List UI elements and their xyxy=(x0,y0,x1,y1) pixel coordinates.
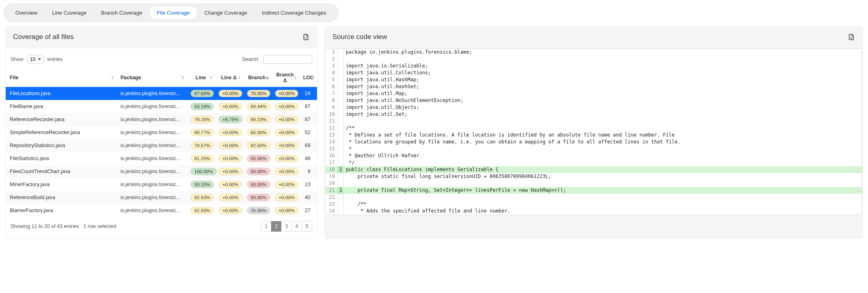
code-line: 1package io.jenkins.plugins.forensics.bl… xyxy=(326,49,862,56)
hits xyxy=(338,173,343,180)
line-delta-pill: +0.00% xyxy=(219,181,242,188)
source-text: * Defines a set of file locations. A fil… xyxy=(343,132,862,139)
branch-pill: 50.00% xyxy=(247,168,270,175)
hits xyxy=(338,180,343,187)
line-number: 17 xyxy=(326,159,338,166)
branch-delta-pill: +0.00% xyxy=(275,155,298,162)
line-pill: 82.93% xyxy=(191,194,214,201)
tab-line-coverage[interactable]: Line Coverage xyxy=(45,7,94,19)
loc-cell: 40 xyxy=(299,191,317,204)
line-number: 23 xyxy=(326,201,338,208)
page-5[interactable]: 5 xyxy=(302,221,312,232)
hits xyxy=(338,152,343,159)
table-row[interactable]: MinerFactory.javaio.jenkins.plugins.fore… xyxy=(6,178,317,191)
line-delta-pill: +8.75% xyxy=(219,116,242,123)
line-delta-pill: +0.00% xyxy=(219,194,242,201)
table-row[interactable]: ReferenceBuild.javaio.jenkins.plugins.fo… xyxy=(6,191,317,204)
table-row[interactable]: SimpleReferenceRecorder.javaio.jenkins.p… xyxy=(6,126,317,139)
line-number: 1 xyxy=(326,49,338,56)
line-delta-pill: +0.00% xyxy=(219,168,242,175)
line-number: 13 xyxy=(326,132,338,139)
entries-control: Show 10 entries xyxy=(11,55,63,64)
code-line: 11 xyxy=(326,118,862,125)
line-pill: 81.25% xyxy=(191,155,214,162)
column-package[interactable]: Package xyxy=(116,69,187,87)
tab-change-coverage[interactable]: Change Coverage xyxy=(197,7,255,19)
code-line: 10import java.util.Set; xyxy=(326,111,862,118)
table-row[interactable]: ReferenceRecorder.javaio.jenkins.plugins… xyxy=(6,113,317,126)
show-label: Show xyxy=(11,56,23,62)
column-branch[interactable]: Branch xyxy=(243,69,271,87)
hits: 1 xyxy=(338,187,343,194)
column-file[interactable]: File xyxy=(6,69,116,87)
table-row[interactable]: RepositoryStatistics.javaio.jenkins.plug… xyxy=(6,139,317,152)
hits xyxy=(338,118,343,125)
loc-cell: 48 xyxy=(299,152,317,165)
code-line: 14 * locations are grouped by file name,… xyxy=(326,139,862,145)
source-text xyxy=(343,56,862,63)
hits xyxy=(338,201,343,208)
tab-indirect-coverage-changes[interactable]: Indirect Coverage Changes xyxy=(254,7,333,19)
column-branch-[interactable]: Branch Δ xyxy=(271,69,299,87)
code-line: 5import java.util.HashMap; xyxy=(326,76,862,83)
column-line-[interactable]: Line Δ xyxy=(215,69,243,87)
line-delta-pill: +0.00% xyxy=(219,142,242,149)
line-number: 24 xyxy=(326,208,338,215)
tab-overview[interactable]: Overview xyxy=(8,7,45,19)
branch-pill: 25.00% xyxy=(247,207,270,214)
hits xyxy=(338,208,343,215)
branch-delta-pill: +0.00% xyxy=(275,142,298,149)
line-pill: 78.16% xyxy=(191,116,214,123)
package-cell: io.jenkins.plugins.forensics.miner xyxy=(116,178,187,191)
line-number: 21 xyxy=(326,187,338,194)
code-area[interactable]: 1package io.jenkins.plugins.forensics.bl… xyxy=(325,48,862,215)
source-text: import java.util.HashMap; xyxy=(343,76,862,83)
package-cell: io.jenkins.plugins.forensics.blame xyxy=(116,204,187,217)
loc-cell: 87 xyxy=(299,100,317,113)
table-row[interactable]: FilesCountTrendChart.javaio.jenkins.plug… xyxy=(6,165,317,178)
coverage-tabs: OverviewLine CoverageBranch CoverageFile… xyxy=(3,3,339,22)
hits xyxy=(338,132,343,139)
line-number: 14 xyxy=(326,139,338,145)
code-line: 3import java.io.Serializable; xyxy=(326,63,862,69)
document-icon[interactable] xyxy=(302,33,310,41)
column-line[interactable]: Line xyxy=(187,69,215,87)
line-number: 6 xyxy=(326,83,338,90)
line-number: 16 xyxy=(326,152,338,159)
package-cell: io.jenkins.plugins.forensics.miner xyxy=(116,165,187,178)
table-row[interactable]: FileStatistics.javaio.jenkins.plugins.fo… xyxy=(6,152,317,165)
column-loc[interactable]: LOC xyxy=(299,69,317,87)
hits xyxy=(338,97,343,104)
line-number: 22 xyxy=(326,194,338,201)
table-row[interactable]: BlamerFactory.javaio.jenkins.plugins.for… xyxy=(6,204,317,217)
tab-branch-coverage[interactable]: Branch Coverage xyxy=(94,7,150,19)
source-text xyxy=(343,194,862,201)
branch-pill: 50.00% xyxy=(247,194,270,201)
code-line: 9import java.util.Objects; xyxy=(326,104,862,111)
line-pill: 100.00% xyxy=(191,168,216,175)
file-cell: FilesCountTrendChart.java xyxy=(6,165,116,178)
hits xyxy=(338,76,343,83)
entries-select[interactable]: 10 xyxy=(27,55,43,64)
loc-cell: 13 xyxy=(299,178,317,191)
page-1[interactable]: 1 xyxy=(261,221,271,232)
branch-delta-pill: +0.00% xyxy=(275,129,298,136)
search-input[interactable] xyxy=(263,55,312,64)
page-3[interactable]: 3 xyxy=(281,221,292,232)
package-cell: io.jenkins.plugins.forensics.reference xyxy=(116,191,187,204)
table-row[interactable]: FileLocations.javaio.jenkins.plugins.for… xyxy=(6,87,317,100)
branch-pill: 50.00% xyxy=(247,181,270,188)
source-text: package io.jenkins.plugins.forensics.bla… xyxy=(343,49,862,56)
code-file-icon[interactable] xyxy=(848,33,855,41)
page-4[interactable]: 4 xyxy=(291,221,302,232)
package-cell: io.jenkins.plugins.forensics.miner xyxy=(116,152,187,165)
table-row[interactable]: FileBlame.javaio.jenkins.plugins.forensi… xyxy=(6,100,317,113)
branch-delta-pill: +0.00% xyxy=(275,181,298,188)
line-number: 10 xyxy=(326,111,338,118)
package-cell: io.jenkins.plugins.forensics.reference xyxy=(116,113,187,126)
source-code-panel: Source code view 1package io.jenkins.plu… xyxy=(324,26,863,239)
page-2[interactable]: 2 xyxy=(271,221,282,232)
loc-cell: 24 xyxy=(299,87,317,100)
code-line: 7import java.util.Map; xyxy=(326,90,862,97)
tab-file-coverage[interactable]: File Coverage xyxy=(150,7,197,19)
